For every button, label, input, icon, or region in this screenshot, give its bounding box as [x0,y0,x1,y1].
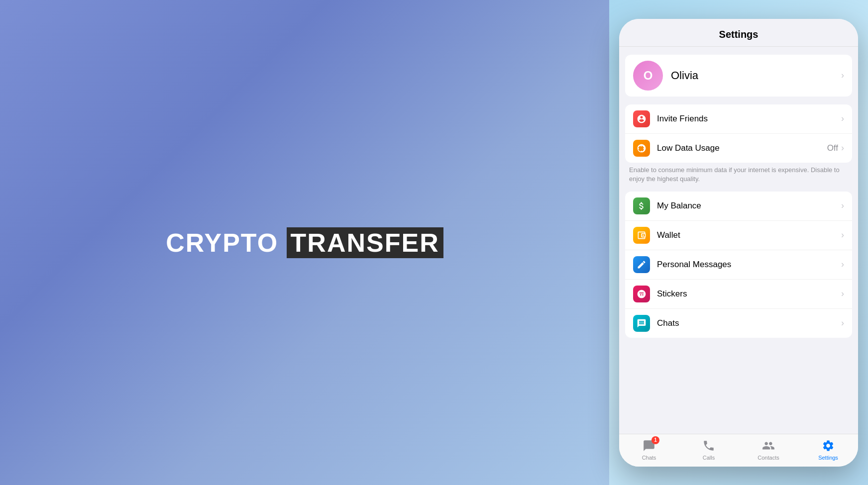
stickers-chevron-icon: › [841,289,844,299]
stickers-icon [633,286,650,302]
settings-title: Settings [719,29,759,40]
chats-icon [633,315,650,332]
tab-chats-label: Chats [642,455,656,461]
tab-calls[interactable]: Calls [679,438,739,461]
avatar: O [633,61,663,91]
profile-row[interactable]: O Olivia › [625,55,852,97]
low-data-usage-row[interactable]: Low Data Usage Off › [625,134,852,163]
chats-badge: 1 [651,436,659,444]
left-background: CRYPTO TRANSFER [0,0,609,485]
wallet-icon [633,227,650,244]
tab-settings-icon-wrap [821,438,836,453]
personal-messages-chevron-icon: › [841,259,844,270]
tab-settings-label: Settings [818,455,838,461]
chats-row[interactable]: Chats › [625,309,852,338]
stickers-label: Stickers [657,289,841,299]
tab-settings-icon [822,439,835,452]
tab-chats[interactable]: 1 Chats [619,438,679,461]
tab-calls-icon-wrap [701,438,716,453]
wallet-row[interactable]: Wallet › [625,221,852,250]
low-data-usage-icon [633,140,650,157]
brand-part1: CRYPTO [166,228,278,257]
my-balance-row[interactable]: My Balance › [625,192,852,221]
tab-calls-icon [702,439,715,452]
personal-messages-label: Personal Messages [657,260,841,270]
settings-header: Settings [619,19,858,47]
invite-friends-icon [633,110,650,127]
info-text-section: Enable to consume minimum data if your i… [629,166,848,184]
tab-contacts[interactable]: Contacts [739,438,798,461]
tab-contacts-label: Contacts [758,455,779,461]
chats-chevron-icon: › [841,318,844,328]
phone-frame: Settings O Olivia › I [619,19,858,467]
low-data-usage-chevron-icon: › [841,143,844,153]
settings-group-2: My Balance › Wallet › [625,192,852,338]
profile-name: Olivia [671,69,841,82]
brand-title: CRYPTO TRANSFER [166,228,443,258]
wallet-label: Wallet [657,230,841,240]
my-balance-label: My Balance [657,201,841,211]
chats-settings-label: Chats [657,318,841,328]
right-background: Settings O Olivia › I [609,0,868,485]
tab-contacts-icon [762,439,775,452]
settings-group-1: Invite Friends › Low Data Usage Off › [625,104,852,163]
tab-bar: 1 Chats Calls Con [619,434,858,467]
invite-friends-row[interactable]: Invite Friends › [625,104,852,134]
tab-settings[interactable]: Settings [798,438,858,461]
invite-friends-chevron-icon: › [841,113,844,124]
settings-content: O Olivia › Invite Friends › [619,47,858,434]
svg-point-0 [643,235,644,236]
brand-part2: TRANSFER [287,227,443,258]
personal-messages-row[interactable]: Personal Messages › [625,250,852,280]
my-balance-chevron-icon: › [841,200,844,211]
profile-chevron-icon: › [841,70,844,81]
wallet-chevron-icon: › [841,230,844,240]
avatar-initial: O [644,69,653,83]
tab-contacts-icon-wrap [761,438,776,453]
my-balance-icon [633,197,650,214]
invite-friends-label: Invite Friends [657,114,841,124]
stickers-row[interactable]: Stickers › [625,280,852,309]
tab-calls-label: Calls [703,455,715,461]
personal-messages-icon [633,256,650,273]
low-data-usage-label: Low Data Usage [657,143,827,153]
tab-chats-icon-wrap: 1 [642,438,656,453]
info-text: Enable to consume minimum data if your i… [629,166,848,184]
low-data-usage-value: Off [827,143,838,153]
